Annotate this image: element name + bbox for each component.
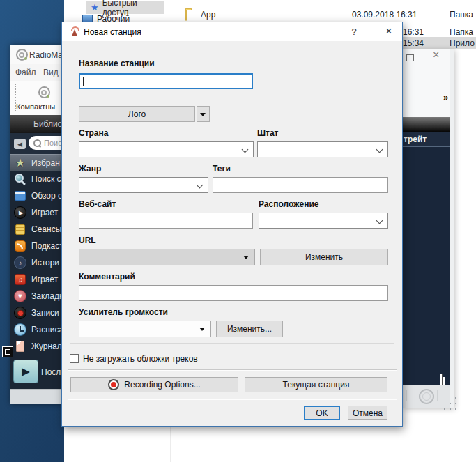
sidebar-nav-list: Избран Поиск с Обзор с Играет Сеансы Под… [10, 154, 63, 358]
file-type: Прило [450, 38, 475, 48]
volume-edit-button[interactable]: Изменить... [216, 321, 283, 337]
nav-item-label: Обзор с [31, 191, 62, 201]
logo-dropdown-button[interactable] [197, 106, 210, 122]
tree-item-quick-access[interactable]: ★ Быстрый доступ [86, 1, 164, 14]
url-combobox[interactable] [79, 249, 255, 265]
station-list-panel [402, 147, 450, 385]
radiomax-titlebar[interactable]: RadioMa [10, 45, 63, 64]
search-input[interactable] [44, 139, 63, 147]
sidebar-nav-item[interactable]: Журнал [10, 338, 63, 355]
toolbar-overflow-chevron[interactable]: » [443, 92, 448, 102]
sidebar-nav-item[interactable]: Поиск с [10, 171, 63, 187]
sidebar-nav-item[interactable]: Подкаст [10, 238, 63, 254]
nav-item-label: Играет [31, 208, 58, 217]
menubar: Файл Вид [10, 64, 63, 81]
file-type: Папка [450, 27, 473, 37]
sidebar-nav-item[interactable]: Играет [10, 271, 63, 288]
radiomaximus-window: RadioMa Файл Вид Компактны Библио ◀ Избр… [10, 45, 63, 404]
dropdown-arrow-icon [200, 113, 206, 116]
toolbar: Компактны [10, 81, 63, 115]
country-combobox[interactable] [79, 141, 254, 157]
state-combobox[interactable] [257, 141, 388, 157]
help-button[interactable]: ? [346, 25, 362, 39]
menu-view[interactable]: Вид [43, 68, 59, 77]
cancel-button[interactable]: Отмена [348, 406, 387, 420]
station-name-input[interactable] [79, 73, 253, 89]
compact-mode-icon[interactable] [38, 86, 50, 98]
station-name-label: Название станции [79, 59, 155, 68]
sidebar-nav-item[interactable]: Закладк [10, 288, 63, 305]
compact-button-label[interactable]: Компактны [16, 102, 55, 111]
desktop-screen: ★ Быстрый доступ Рабочий App 03.09.2018 … [0, 0, 476, 462]
mini-frame-icon[interactable] [2, 346, 13, 357]
journal-icon [14, 340, 26, 353]
player-toolbar [402, 385, 450, 408]
comment-input[interactable] [79, 285, 388, 301]
website-input[interactable] [79, 213, 253, 229]
search-icon [14, 173, 26, 185]
menu-file[interactable]: Файл [15, 68, 36, 77]
star-icon [14, 157, 26, 169]
url-label: URL [79, 236, 96, 245]
history-icon [14, 256, 26, 269]
sidebar-nav-item[interactable]: Играет [10, 204, 63, 221]
sidebar-nav-item[interactable]: Истори [10, 254, 63, 271]
file-date: 15:34 [403, 38, 424, 48]
radio-logo-icon [16, 49, 28, 61]
recording-options-button[interactable]: Recording Options... [70, 377, 238, 392]
toolbar-separator [437, 390, 438, 401]
sidebar-navbar: ◀ [10, 133, 63, 154]
dialog-titlebar[interactable]: Новая станция ? × [62, 22, 402, 41]
tags-input[interactable] [213, 177, 388, 193]
radio-dial-icon[interactable] [419, 389, 434, 404]
sidebar-nav-item[interactable]: Обзор с [10, 187, 63, 204]
current-station-button[interactable]: Текущая станция [245, 377, 387, 392]
state-label: Штат [257, 128, 279, 138]
genre-label: Жанр [79, 164, 101, 174]
library-panel-header: Библио [10, 115, 63, 133]
dialog-title: Новая станция [84, 27, 141, 37]
sidebar-nav-item[interactable]: Записи [10, 305, 63, 321]
sidebar-nav-item[interactable]: Сеансы [10, 221, 63, 238]
last-played-play-icon: ▶ [13, 360, 38, 383]
no-cover-checkbox-label[interactable]: Не загружать обложки треков [83, 354, 198, 364]
location-label: Расположение [259, 199, 318, 209]
sidebar-nav-item[interactable]: Избран [10, 154, 63, 171]
bookmarks-icon [14, 290, 26, 302]
panel-dark-header [402, 117, 450, 132]
resize-grip[interactable] [450, 403, 451, 404]
panel-header-label: Библио [33, 119, 62, 129]
last-played-item[interactable]: ▶ После [10, 358, 63, 389]
chevron-down-icon [376, 217, 383, 224]
recordings-icon [14, 307, 26, 319]
volume-boost-combobox[interactable] [79, 321, 211, 337]
website-label: Веб-сайт [79, 199, 116, 209]
tags-label: Теги [213, 164, 231, 174]
genre-combobox[interactable] [79, 177, 208, 193]
back-button[interactable]: ◀ [14, 139, 26, 149]
quick-access-star-icon: ★ [91, 3, 99, 12]
window-title: RadioMa [29, 50, 63, 60]
sidebar-nav-item[interactable]: Расписа [10, 321, 63, 338]
nav-item-label: Подкаст [31, 241, 63, 251]
station-search-box[interactable] [29, 136, 63, 150]
close-icon[interactable]: × [433, 49, 439, 61]
record-icon [108, 379, 119, 390]
maximize-icon[interactable] [406, 54, 414, 61]
nav-item-label: Сеансы [31, 224, 61, 234]
close-icon[interactable]: × [380, 24, 398, 39]
bitrate-column-header[interactable]: трейт [402, 132, 450, 147]
file-date: 03.09.2018 16:31 [352, 10, 417, 20]
url-edit-button[interactable]: Изменить [260, 249, 388, 265]
logo-button[interactable]: Лого [79, 106, 195, 122]
ok-button[interactable]: OK [304, 406, 340, 420]
dropdown-arrow-icon [243, 256, 249, 259]
volume-boost-label: Усилитель громкости [79, 307, 168, 317]
no-cover-checkbox[interactable] [70, 354, 79, 363]
new-station-dialog: Новая станция ? × Название станции Лого … [61, 22, 403, 427]
player-panel-window: × » трейт [402, 49, 454, 408]
location-combobox[interactable] [259, 213, 388, 229]
podcast-icon [14, 240, 26, 252]
file-name[interactable]: App [201, 10, 215, 20]
nav-item-label: Журнал [31, 341, 62, 351]
